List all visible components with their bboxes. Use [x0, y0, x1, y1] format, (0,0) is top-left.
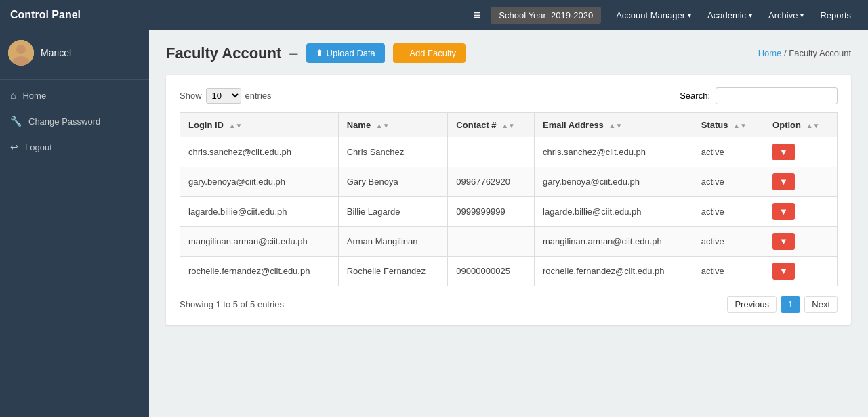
table-row: gary.benoya@ciit.edu.ph Gary Benoya 0996…	[180, 167, 838, 197]
logout-icon: ↩	[10, 141, 18, 152]
cell-name: Chris Sanchez	[338, 137, 448, 167]
action-dropdown-button[interactable]: ▼	[772, 173, 795, 190]
sidebar-item-logout[interactable]: ↩ Logout	[0, 134, 149, 160]
showing-entries-label: Showing 1 to 5 of 5 entries	[180, 299, 284, 309]
breadcrumb-home-link[interactable]: Home	[758, 48, 782, 58]
archive-caret-icon: ▾	[800, 12, 804, 19]
cell-status: active	[693, 227, 764, 257]
entries-select[interactable]: 10 25 50 100	[206, 88, 241, 104]
svg-point-1	[16, 45, 26, 54]
cell-status: active	[693, 167, 764, 197]
cell-login-id: chris.sanchez@ciit.edu.ph	[180, 137, 339, 167]
cell-option: ▼	[764, 257, 838, 286]
main-layout: Maricel ⌂ Home 🔧 Change Password ↩ Logou…	[0, 30, 868, 417]
previous-page-button[interactable]: Previous	[727, 296, 777, 313]
action-dropdown-button[interactable]: ▼	[772, 203, 795, 220]
sort-option-icon[interactable]: ▲▼	[806, 122, 820, 129]
navbar-right: School Year: 2019-2020 Account Manager ▾…	[491, 7, 858, 24]
cell-contact	[448, 137, 535, 167]
table-row: rochelle.fernandez@ciit.edu.ph Rochelle …	[180, 257, 838, 286]
cell-email: lagarde.billie@ciit.edu.ph	[535, 197, 693, 227]
cell-login-id: gary.benoya@ciit.edu.ph	[180, 167, 339, 197]
action-dropdown-button[interactable]: ▼	[772, 233, 795, 250]
action-dropdown-button[interactable]: ▼	[772, 144, 795, 160]
cell-login-id: mangilinan.arman@ciit.edu.ph	[180, 227, 339, 257]
cell-name: Arman Mangilinan	[338, 227, 448, 257]
show-label: Show	[180, 91, 202, 101]
sidebar-item-home-label: Home	[22, 91, 46, 101]
upload-data-button[interactable]: ⬆ Upload Data	[306, 43, 385, 63]
sidebar-username: Maricel	[41, 47, 71, 58]
sidebar-divider	[0, 79, 149, 80]
sidebar-item-home[interactable]: ⌂ Home	[0, 83, 149, 108]
main-content: Faculty Account – ⬆ Upload Data + Add Fa…	[149, 30, 868, 417]
content-header: Faculty Account – ⬆ Upload Data + Add Fa…	[166, 43, 851, 63]
academic-caret-icon: ▾	[749, 12, 752, 19]
col-status: Status ▲▼	[693, 113, 764, 137]
breadcrumb: Home / Faculty Account	[758, 48, 851, 58]
breadcrumb-current: Faculty Account	[789, 48, 851, 58]
sidebar-item-logout-label: Logout	[25, 142, 52, 152]
avatar	[8, 40, 34, 66]
top-navbar: Control Panel ≡ School Year: 2019-2020 A…	[0, 0, 868, 30]
show-entries: Show 10 25 50 100 entries	[180, 88, 272, 104]
table-controls-top: Show 10 25 50 100 entries Search:	[180, 87, 838, 104]
action-dropdown-button[interactable]: ▼	[772, 263, 795, 280]
table-row: lagarde.billie@ciit.edu.ph Billie Lagard…	[180, 197, 838, 227]
cell-name: Billie Lagarde	[338, 197, 448, 227]
sort-contact-icon[interactable]: ▲▼	[501, 122, 515, 129]
page-title-area: Faculty Account – ⬆ Upload Data + Add Fa…	[166, 43, 466, 63]
cell-contact: 0999999999	[448, 197, 535, 227]
col-option: Option ▲▼	[764, 113, 838, 137]
menu-toggle[interactable]: ≡	[474, 8, 481, 22]
cell-status: active	[693, 257, 764, 286]
faculty-panel: Show 10 25 50 100 entries Search:	[166, 75, 851, 325]
table-footer: Showing 1 to 5 of 5 entries Previous 1 N…	[180, 296, 838, 313]
home-icon: ⌂	[10, 90, 16, 101]
cell-email: mangilinan.arman@ciit.edu.ph	[535, 227, 693, 257]
cell-option: ▼	[764, 167, 838, 197]
faculty-table: Login ID ▲▼ Name ▲▼ Contact # ▲▼ Email	[180, 112, 838, 286]
add-faculty-button[interactable]: + Add Faculty	[393, 43, 466, 63]
sidebar-item-change-password-label: Change Password	[28, 116, 100, 127]
cell-status: active	[693, 197, 764, 227]
pagination: Previous 1 Next	[727, 296, 838, 313]
col-login-id: Login ID ▲▼	[180, 113, 339, 137]
cell-status: active	[693, 137, 764, 167]
cell-contact	[448, 227, 535, 257]
cell-email: rochelle.fernandez@ciit.edu.ph	[535, 257, 693, 286]
cell-contact: 09967762920	[448, 167, 535, 197]
cell-name: Gary Benoya	[338, 167, 448, 197]
sort-login-id-icon[interactable]: ▲▼	[229, 122, 243, 129]
sidebar-item-change-password[interactable]: 🔧 Change Password	[0, 108, 149, 134]
cell-option: ▼	[764, 137, 838, 167]
sidebar-user: Maricel	[0, 30, 149, 76]
archive-dropdown[interactable]: Archive ▾	[762, 7, 810, 24]
school-year-badge: School Year: 2019-2020	[491, 7, 601, 24]
search-area: Search:	[680, 87, 838, 104]
col-name: Name ▲▼	[338, 113, 448, 137]
cell-email: chris.sanchez@ciit.edu.ph	[535, 137, 693, 167]
account-manager-caret-icon: ▾	[688, 12, 691, 19]
sort-email-icon[interactable]: ▲▼	[608, 122, 622, 129]
academic-dropdown[interactable]: Academic ▾	[701, 7, 759, 24]
sidebar: Maricel ⌂ Home 🔧 Change Password ↩ Logou…	[0, 30, 149, 417]
upload-icon: ⬆	[316, 48, 323, 58]
cell-login-id: lagarde.billie@ciit.edu.ph	[180, 197, 339, 227]
table-row: mangilinan.arman@ciit.edu.ph Arman Mangi…	[180, 227, 838, 257]
reports-link[interactable]: Reports	[813, 7, 858, 24]
cell-option: ▼	[764, 197, 838, 227]
page-title-sep: –	[289, 45, 297, 62]
page-1-button[interactable]: 1	[781, 296, 800, 313]
search-label: Search:	[680, 91, 710, 101]
brand-title: Control Panel	[10, 9, 81, 21]
sort-status-icon[interactable]: ▲▼	[733, 122, 747, 129]
account-manager-dropdown[interactable]: Account Manager ▾	[609, 7, 698, 24]
cell-option: ▼	[764, 227, 838, 257]
col-email: Email Address ▲▼	[535, 113, 693, 137]
wrench-icon: 🔧	[10, 116, 22, 127]
next-page-button[interactable]: Next	[804, 296, 838, 313]
search-input[interactable]	[716, 87, 838, 104]
sort-name-icon[interactable]: ▲▼	[376, 122, 390, 129]
breadcrumb-separator: /	[784, 48, 787, 58]
